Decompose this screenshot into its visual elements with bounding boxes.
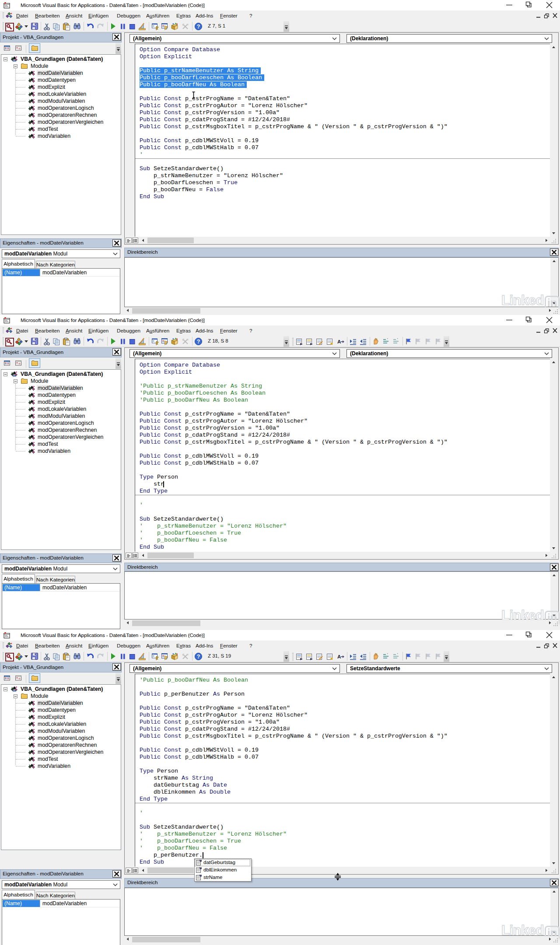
svg-text:A: A [337, 339, 341, 344]
svg-text:': ' [396, 338, 399, 342]
svg-text:': ' [386, 338, 388, 342]
svg-text:?: ? [197, 654, 200, 660]
svg-text:': ' [396, 653, 399, 657]
svg-text:?: ? [197, 339, 200, 345]
svg-text:A: A [337, 654, 341, 659]
svg-text:?: ? [197, 24, 200, 30]
svg-text:': ' [386, 653, 388, 657]
